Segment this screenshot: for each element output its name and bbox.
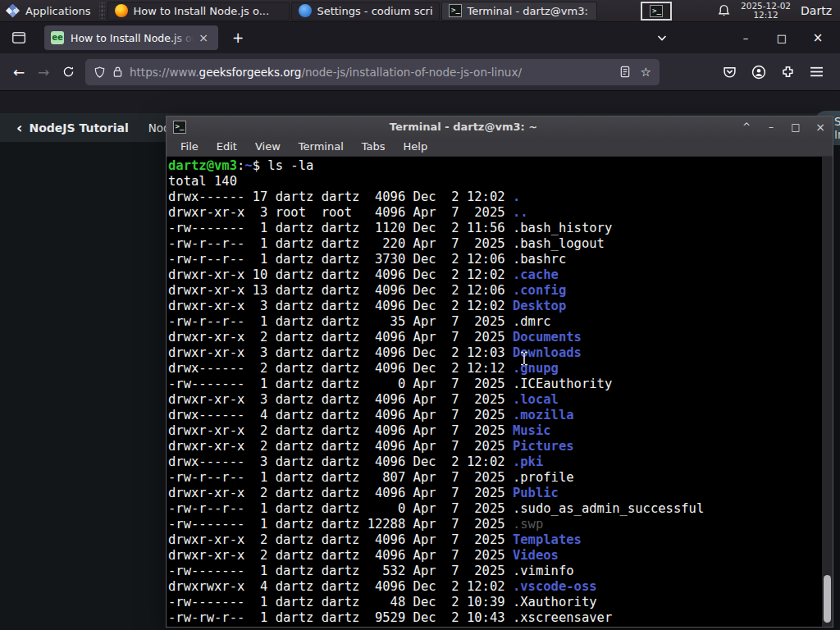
browser-minimize-button[interactable]: – <box>738 32 753 44</box>
url-text: https://www.geeksforgeeks.org/node-js/in… <box>130 66 613 79</box>
terminal-viewport[interactable]: dartz@vm3:~$ ls -latotal 140drwx------ 1… <box>167 157 833 627</box>
url-bar[interactable]: https://www.geeksforgeeks.org/node-js/in… <box>85 59 660 85</box>
terminal-line: drwxr-xr-x 13 dartz dartz 4096 Dec 2 12:… <box>168 283 821 299</box>
terminal-line: dartz@vm3:~$ ls -la <box>168 158 821 174</box>
site-nav-link-nodejs-tutorial[interactable]: NodeJS Tutorial <box>29 121 128 135</box>
terminal-line: -rw-r--r-- 1 dartz dartz 220 Apr 7 2025 … <box>168 236 821 252</box>
firefox-icon <box>115 4 128 17</box>
tab-close-button[interactable]: × <box>195 30 212 46</box>
back-button[interactable]: ← <box>7 60 31 84</box>
url-domain: geeksforgeeks.org <box>199 66 302 79</box>
terminal-line: total 140 <box>168 174 821 189</box>
new-tab-button[interactable]: + <box>226 27 249 48</box>
terminal-line: -rw-rw-r-- 1 dartz dartz 9529 Dec 2 10:4… <box>168 610 821 626</box>
list-all-tabs-chevron-icon[interactable] <box>656 32 668 43</box>
applications-menu-button[interactable]: Applications <box>0 0 98 22</box>
navigation-toolbar: ← → https://www.geeksforgeeks.org/node-j… <box>0 53 840 91</box>
codium-icon <box>299 4 312 17</box>
terminal-line: -rw------- 1 dartz dartz 48 Dec 2 10:39 … <box>168 595 821 610</box>
clock-time: 12:12 <box>741 11 791 20</box>
desktop: Applications How to Install Node.js o...… <box>0 0 840 630</box>
hamburger-menu-icon[interactable] <box>810 66 824 78</box>
user-menu[interactable]: Dartz <box>801 4 832 17</box>
menu-help[interactable]: Help <box>395 139 437 154</box>
tab-how-to-install-nodejs[interactable]: ee How to Install Node.js on × <box>44 25 218 50</box>
terminal-title-bar[interactable]: Terminal - dartz@vm3: ~ ^ – □ × <box>167 116 833 137</box>
clock[interactable]: 2025-12-02 12:12 <box>741 2 791 20</box>
terminal-maximize-button[interactable]: □ <box>790 121 801 133</box>
terminal-icon <box>650 5 663 17</box>
reader-view-icon[interactable] <box>619 66 631 78</box>
terminal-line: drwx------ 4 dartz dartz 4096 Apr 7 2025… <box>168 408 821 423</box>
tab-title: How to Install Node.js on <box>71 32 194 44</box>
xfce-logo-icon <box>6 4 20 18</box>
terminal-minimize-button[interactable]: – <box>765 121 777 133</box>
menu-tabs[interactable]: Tabs <box>353 139 395 154</box>
browser-close-button[interactable]: × <box>810 30 825 45</box>
terminal-scrollbar-thumb[interactable] <box>824 575 831 623</box>
terminal-icon <box>173 121 186 134</box>
terminal-line: drwx------ 2 dartz dartz 4096 Dec 2 12:1… <box>168 361 821 377</box>
tab-bar: ee How to Install Node.js on × + – □ × <box>0 22 840 53</box>
taskbar-window-codium[interactable]: Settings - codium script... <box>291 2 440 21</box>
terminal-menu-bar: File Edit View Terminal Tabs Help <box>167 137 833 157</box>
bookmark-star-icon[interactable]: ☆ <box>641 65 651 80</box>
notification-bell-icon[interactable] <box>717 4 731 18</box>
terminal-line: drwxr-xr-x 3 dartz dartz 4096 Apr 7 2025… <box>168 392 821 408</box>
taskbar-window-firefox[interactable]: How to Install Node.js o... <box>107 2 290 21</box>
terminal-line: drwxrwxr-x 4 dartz dartz 4096 Dec 2 12:0… <box>168 579 821 595</box>
terminal-line: drwxr-xr-x 2 dartz dartz 4096 Apr 7 2025… <box>168 423 821 439</box>
terminal-line: drwx------ 3 dartz dartz 4096 Dec 2 12:0… <box>168 454 821 470</box>
url-scheme: https://www. <box>130 66 199 79</box>
text-cursor-pointer <box>520 351 528 366</box>
terminal-window: Terminal - dartz@vm3: ~ ^ – □ × File Edi… <box>166 116 833 628</box>
menu-edit[interactable]: Edit <box>208 139 246 154</box>
menu-file[interactable]: File <box>171 139 208 154</box>
tracking-protection-shield-icon[interactable] <box>94 66 106 79</box>
applications-menu-label: Applications <box>25 5 90 17</box>
panel-handle <box>99 2 105 19</box>
terminal-scrollbar[interactable] <box>822 157 833 627</box>
reload-button[interactable] <box>56 60 80 84</box>
terminal-close-button[interactable]: × <box>815 121 826 134</box>
terminal-line: -rw-r--r-- 1 dartz dartz 3730 Dec 2 12:0… <box>168 252 821 267</box>
terminal-line: drwxr-xr-x 2 dartz dartz 4096 Apr 7 2025… <box>168 532 821 548</box>
terminal-line: -rw------- 1 dartz dartz 0 Apr 7 2025 .I… <box>168 377 821 392</box>
terminal-line: drwxr-xr-x 3 root root 4096 Apr 7 2025 .… <box>168 205 821 221</box>
geeksforgeeks-favicon: ee <box>51 31 64 44</box>
terminal-line: -rw-r--r-- 1 dartz dartz 0 Apr 7 2025 .s… <box>168 501 821 517</box>
url-path: /node-js/installation-of-node-js-on-linu… <box>301 66 522 79</box>
browser-maximize-button[interactable]: □ <box>774 32 789 44</box>
terminal-line: -rw-r--r-- 1 dartz dartz 807 Apr 7 2025 … <box>168 470 821 486</box>
forward-button[interactable]: → <box>31 60 56 84</box>
terminal-output: dartz@vm3:~$ ls -latotal 140drwx------ 1… <box>168 158 821 627</box>
nav-scroll-left-icon[interactable]: ‹ <box>11 119 27 136</box>
terminal-shade-button[interactable]: ^ <box>741 121 752 133</box>
terminal-line: drwxr-xr-x 10 dartz dartz 4096 Dec 2 12:… <box>168 267 821 283</box>
terminal-window-title: Terminal - dartz@vm3: ~ <box>186 121 741 133</box>
extensions-icon[interactable] <box>781 65 795 79</box>
terminal-line: drwxr-xr-x 3 dartz dartz 4096 Dec 2 12:0… <box>168 299 821 314</box>
terminal-line: drwxr-xr-x 2 dartz dartz 4096 Apr 7 2025… <box>168 330 821 345</box>
terminal-line: -rw------- 1 dartz dartz 12288 Apr 7 202… <box>168 517 821 532</box>
top-panel: Applications How to Install Node.js o...… <box>0 0 840 22</box>
taskbar-window-terminal[interactable]: Terminal - dartz@vm3: ~ <box>441 2 597 21</box>
pocket-save-icon[interactable] <box>723 65 737 79</box>
terminal-line: -rw------- 1 dartz dartz 532 Apr 7 2025 … <box>168 564 821 579</box>
padlock-icon[interactable] <box>112 66 123 78</box>
account-icon[interactable] <box>751 65 766 80</box>
panel-status-area: 2025-12-02 12:12 Dartz <box>717 2 840 20</box>
terminal-line: drwxr-xr-x 2 dartz dartz 4096 Apr 7 2025… <box>168 439 821 454</box>
menu-view[interactable]: View <box>246 139 290 154</box>
terminal-line: -rw-r--r-- 1 dartz dartz 35 Apr 7 2025 .… <box>168 314 821 330</box>
tray-terminal-icon[interactable] <box>641 2 672 21</box>
firefox-view-button[interactable] <box>7 27 31 48</box>
menu-terminal[interactable]: Terminal <box>290 139 353 154</box>
terminal-line: -rw------- 1 dartz dartz 1120 Dec 2 11:5… <box>168 221 821 236</box>
terminal-line: drwx------ 17 dartz dartz 4096 Dec 2 12:… <box>168 189 821 205</box>
terminal-icon <box>449 4 462 17</box>
terminal-line: drwxr-xr-x 2 dartz dartz 4096 Apr 7 2025… <box>168 486 821 501</box>
terminal-line: drwxr-xr-x 2 dartz dartz 4096 Apr 7 2025… <box>168 548 821 564</box>
terminal-line: drwxr-xr-x 3 dartz dartz 4096 Dec 2 12:0… <box>168 345 821 361</box>
